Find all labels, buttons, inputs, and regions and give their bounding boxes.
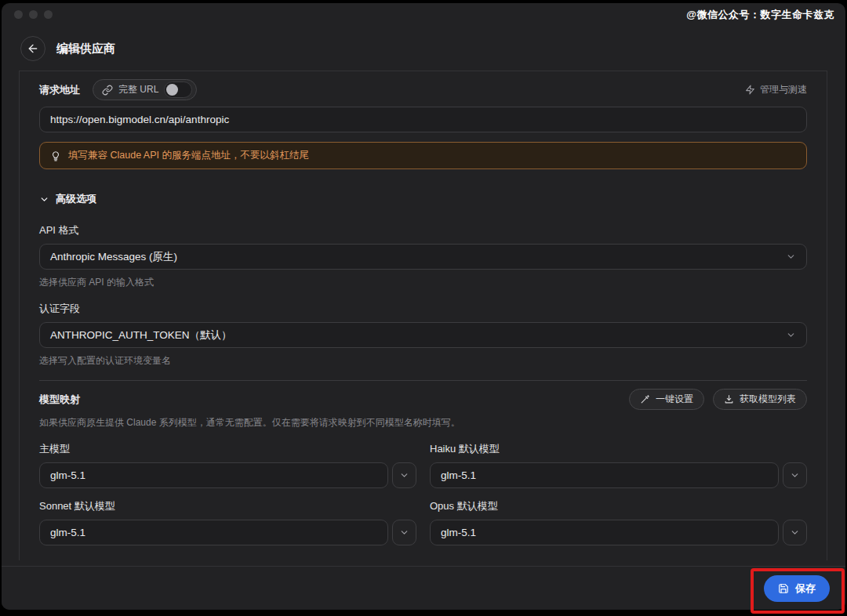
model-mapping-description: 如果供应商原生提供 Claude 系列模型，通常无需配置。仅在需要将请求映射到不…	[39, 416, 807, 429]
magic-wand-icon	[640, 394, 650, 404]
chevron-down-icon	[790, 470, 800, 480]
section-divider	[39, 380, 807, 381]
form-scroll-panel[interactable]: 请求地址 完整 URL 管理与测速	[19, 71, 827, 560]
fetch-model-list-label: 获取模型列表	[740, 393, 796, 406]
save-button-label: 保存	[795, 582, 816, 596]
url-hint-text: 填写兼容 Claude API 的服务端点地址，不要以斜杠结尾	[68, 149, 309, 162]
fetch-model-list-button[interactable]: 获取模型列表	[713, 389, 807, 410]
haiku-model-label: Haiku 默认模型	[430, 442, 807, 456]
titlebar: @微信公众号：数字生命卡兹克	[2, 3, 845, 25]
model-mapping-grid: 主模型 Haiku 默认模型 Sonnet 默认模型	[39, 442, 807, 545]
haiku-model-input[interactable]	[430, 462, 779, 488]
chevron-down-icon	[786, 330, 796, 340]
haiku-model-dropdown-button[interactable]	[783, 462, 807, 488]
sonnet-model-label: Sonnet 默认模型	[39, 499, 416, 513]
auth-field-label: 认证字段	[39, 302, 807, 316]
haiku-model-field: Haiku 默认模型	[430, 442, 807, 488]
opus-model-dropdown-button[interactable]	[783, 520, 807, 545]
lightbulb-icon	[50, 150, 61, 161]
auth-field-helper: 选择写入配置的认证环境变量名	[39, 354, 807, 368]
advanced-options-toggle[interactable]: 高级选项	[39, 192, 807, 206]
main-model-input[interactable]	[39, 462, 388, 488]
close-window-icon[interactable]	[14, 10, 23, 19]
model-mapping-title: 模型映射	[39, 393, 80, 407]
save-floppy-icon	[778, 583, 789, 594]
sonnet-model-input[interactable]	[39, 520, 388, 545]
main-model-dropdown-button[interactable]	[392, 462, 416, 488]
save-button[interactable]: 保存	[764, 575, 830, 602]
api-format-value: Anthropic Messages (原生)	[50, 250, 177, 264]
watermark-text: @微信公众号：数字生命卡兹克	[686, 8, 834, 22]
main-model-label: 主模型	[39, 442, 416, 456]
manage-speedtest-label: 管理与测速	[760, 83, 807, 96]
minimize-window-icon[interactable]	[29, 10, 38, 19]
request-url-input[interactable]	[39, 107, 807, 132]
lightning-icon	[745, 85, 755, 95]
auth-field-value: ANTHROPIC_AUTH_TOKEN（默认）	[50, 328, 232, 342]
traffic-lights[interactable]	[14, 10, 53, 19]
opus-model-label: Opus 默认模型	[430, 499, 807, 513]
download-icon	[724, 394, 734, 404]
api-format-select[interactable]: Anthropic Messages (原生)	[39, 244, 807, 270]
full-url-toggle-switch[interactable]	[164, 82, 192, 98]
chevron-down-icon	[790, 527, 800, 538]
auth-field-select[interactable]: ANTHROPIC_AUTH_TOKEN（默认）	[39, 322, 807, 348]
page-header: 编辑供应商	[2, 25, 845, 71]
full-url-toggle-label: 完整 URL	[118, 83, 158, 96]
advanced-options-label: 高级选项	[56, 192, 96, 206]
chevron-down-icon	[399, 470, 409, 480]
chevron-down-icon	[39, 194, 49, 205]
api-format-label: API 格式	[39, 223, 807, 237]
page-title: 编辑供应商	[56, 42, 115, 56]
toggle-knob	[166, 84, 178, 96]
chevron-down-icon	[399, 527, 409, 538]
maximize-window-icon[interactable]	[44, 10, 53, 19]
main-model-field: 主模型	[39, 442, 416, 488]
chevron-down-icon	[786, 252, 796, 262]
model-mapping-header: 模型映射 一键设置 获取模型列表	[39, 389, 807, 410]
full-url-toggle-pill[interactable]: 完整 URL	[93, 79, 197, 100]
request-url-label: 请求地址	[39, 83, 80, 97]
sonnet-model-dropdown-button[interactable]	[392, 520, 416, 545]
sonnet-model-field: Sonnet 默认模型	[39, 499, 416, 545]
manage-speedtest-link[interactable]: 管理与测速	[745, 83, 807, 96]
quick-setup-button[interactable]: 一键设置	[629, 389, 704, 410]
api-format-helper: 选择供应商 API 的输入格式	[39, 276, 807, 289]
opus-model-field: Opus 默认模型	[430, 499, 807, 545]
footer-bar: 保存	[2, 566, 845, 610]
opus-model-input[interactable]	[430, 520, 779, 545]
link-icon	[102, 85, 113, 96]
arrow-left-icon	[27, 42, 39, 55]
quick-setup-label: 一键设置	[656, 393, 693, 406]
url-hint-box: 填写兼容 Claude API 的服务端点地址，不要以斜杠结尾	[39, 142, 807, 169]
request-url-header-row: 请求地址 完整 URL 管理与测速	[39, 79, 807, 100]
back-button[interactable]	[20, 36, 45, 61]
app-window: @微信公众号：数字生命卡兹克 编辑供应商 请求地址 完整 URL	[2, 3, 845, 610]
